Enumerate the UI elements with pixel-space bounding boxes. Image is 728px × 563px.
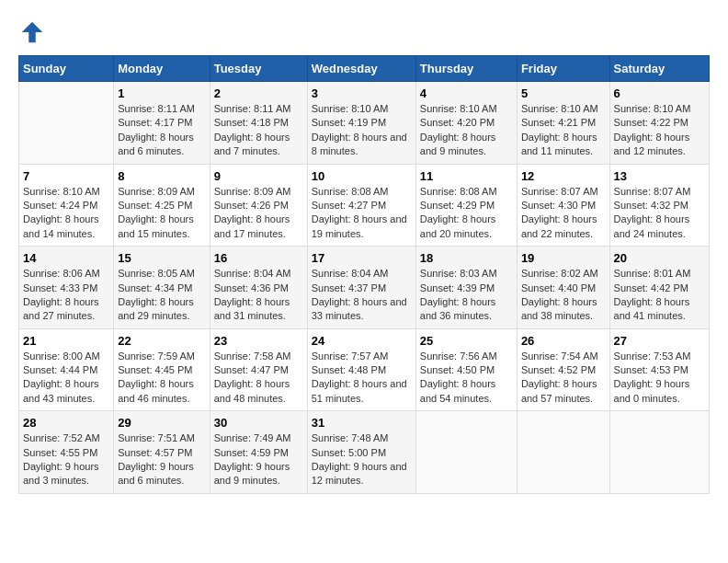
sunset-time: 4:53 PM [651, 364, 688, 375]
sunset-label: Sunset: [312, 364, 346, 375]
day-number: 11 [420, 169, 513, 183]
weekday-header-sunday: Sunday [19, 56, 114, 82]
day-number: 5 [521, 86, 606, 100]
daylight-label: Daylight: [214, 132, 254, 143]
day-number: 22 [118, 334, 205, 348]
calendar-cell: 11 Sunrise: 8:08 AM Sunset: 4:29 PM Dayl… [415, 164, 517, 247]
sunset-label: Sunset: [214, 282, 248, 293]
calendar-week-row: 14 Sunrise: 8:06 AM Sunset: 4:33 PM Dayl… [19, 247, 710, 329]
calendar-cell: 3 Sunrise: 8:10 AM Sunset: 4:19 PM Dayli… [307, 82, 415, 165]
calendar-cell [19, 82, 114, 165]
sunset-time: 4:26 PM [251, 200, 289, 211]
day-info: Sunrise: 7:56 AM Sunset: 4:50 PM Dayligh… [420, 350, 513, 407]
sunset-label: Sunset: [118, 364, 152, 375]
sunrise-time: 7:56 AM [460, 350, 496, 362]
sunrise-time: 8:10 AM [63, 186, 99, 197]
sunset-label: Sunset: [118, 447, 152, 458]
weekday-header-thursday: Thursday [415, 56, 517, 82]
sunset-label: Sunset: [214, 447, 248, 458]
sunset-label: Sunset: [521, 117, 555, 128]
sunset-label: Sunset: [118, 282, 152, 293]
daylight-label: Daylight: [614, 213, 654, 224]
calendar-cell: 26 Sunrise: 7:54 AM Sunset: 4:52 PM Dayl… [517, 328, 609, 411]
sunrise-label: Sunrise: [214, 186, 251, 197]
day-number: 13 [614, 169, 705, 183]
sunrise-time: 7:57 AM [351, 350, 388, 362]
sunrise-label: Sunrise: [312, 268, 348, 279]
sunrise-label: Sunrise: [312, 432, 348, 443]
sunrise-time: 8:09 AM [254, 186, 290, 197]
daylight-label: Daylight: [118, 213, 157, 224]
sunset-label: Sunset: [312, 282, 346, 293]
sunset-label: Sunset: [312, 117, 346, 128]
day-info: Sunrise: 8:06 AM Sunset: 4:33 PM Dayligh… [23, 267, 109, 324]
sunrise-time: 7:59 AM [158, 350, 195, 362]
sunset-time: 4:19 PM [348, 117, 386, 128]
sunset-time: 4:47 PM [251, 364, 289, 375]
calendar-cell: 19 Sunrise: 8:02 AM Sunset: 4:40 PM Dayl… [517, 247, 609, 329]
sunrise-label: Sunrise: [214, 432, 251, 443]
day-info: Sunrise: 8:04 AM Sunset: 4:36 PM Dayligh… [214, 267, 303, 324]
calendar-cell: 18 Sunrise: 8:03 AM Sunset: 4:39 PM Dayl… [415, 247, 517, 329]
daylight-label: Daylight: [521, 213, 561, 224]
sunset-label: Sunset: [23, 200, 57, 211]
calendar-cell: 13 Sunrise: 8:07 AM Sunset: 4:32 PM Dayl… [609, 164, 709, 247]
sunset-time: 4:59 PM [251, 447, 289, 458]
sunset-label: Sunset: [312, 200, 346, 211]
sunrise-label: Sunrise: [312, 103, 348, 114]
day-info: Sunrise: 7:51 AM Sunset: 4:57 PM Dayligh… [118, 431, 205, 488]
sunset-label: Sunset: [214, 117, 248, 128]
day-info: Sunrise: 8:11 AM Sunset: 4:18 PM Dayligh… [214, 102, 303, 159]
sunset-label: Sunset: [214, 364, 248, 375]
sunrise-time: 7:49 AM [254, 432, 290, 443]
calendar-week-row: 1 Sunrise: 8:11 AM Sunset: 4:17 PM Dayli… [19, 82, 710, 165]
calendar-cell: 28 Sunrise: 7:52 AM Sunset: 4:55 PM Dayl… [19, 411, 114, 494]
calendar-cell: 24 Sunrise: 7:57 AM Sunset: 4:48 PM Dayl… [307, 328, 415, 411]
daylight-label: Daylight: [614, 132, 654, 143]
sunset-time: 4:37 PM [348, 282, 386, 293]
day-info: Sunrise: 8:08 AM Sunset: 4:29 PM Dayligh… [420, 185, 513, 242]
daylight-label: Daylight: [521, 296, 561, 307]
sunset-time: 4:18 PM [251, 117, 289, 128]
sunset-label: Sunset: [521, 364, 555, 375]
daylight-label: Daylight: [312, 378, 351, 389]
calendar-cell: 6 Sunrise: 8:10 AM Sunset: 4:22 PM Dayli… [609, 82, 709, 165]
sunrise-label: Sunrise: [420, 186, 457, 197]
daylight-label: Daylight: [214, 296, 254, 307]
sunrise-time: 8:08 AM [460, 186, 496, 197]
calendar-week-row: 21 Sunrise: 8:00 AM Sunset: 4:44 PM Dayl… [19, 328, 710, 411]
weekday-header-wednesday: Wednesday [307, 56, 415, 82]
day-number: 15 [118, 251, 205, 265]
sunrise-time: 8:11 AM [254, 103, 290, 114]
sunrise-label: Sunrise: [420, 103, 457, 114]
sunrise-time: 8:02 AM [561, 268, 597, 279]
sunrise-time: 8:10 AM [351, 103, 388, 114]
day-number: 31 [312, 416, 412, 430]
sunset-label: Sunset: [118, 200, 152, 211]
sunset-time: 4:50 PM [457, 364, 495, 375]
day-info: Sunrise: 8:11 AM Sunset: 4:17 PM Dayligh… [118, 102, 205, 159]
sunset-label: Sunset: [23, 364, 57, 375]
sunrise-label: Sunrise: [521, 186, 558, 197]
sunrise-label: Sunrise: [23, 186, 60, 197]
day-info: Sunrise: 8:10 AM Sunset: 4:22 PM Dayligh… [614, 102, 705, 159]
day-number: 21 [23, 334, 109, 348]
day-number: 29 [118, 416, 205, 430]
sunset-time: 4:20 PM [457, 117, 495, 128]
sunrise-label: Sunrise: [214, 103, 251, 114]
day-number: 7 [23, 169, 109, 183]
sunrise-label: Sunrise: [521, 103, 558, 114]
day-info: Sunrise: 7:49 AM Sunset: 4:59 PM Dayligh… [214, 431, 303, 488]
calendar-cell: 17 Sunrise: 8:04 AM Sunset: 4:37 PM Dayl… [307, 247, 415, 329]
sunset-time: 4:22 PM [651, 117, 688, 128]
daylight-label: Daylight: [23, 213, 63, 224]
daylight-label: Daylight: [312, 296, 351, 307]
logo-icon [18, 18, 46, 46]
daylight-label: Daylight: [118, 461, 157, 472]
sunset-time: 4:55 PM [60, 447, 97, 458]
calendar-cell: 14 Sunrise: 8:06 AM Sunset: 4:33 PM Dayl… [19, 247, 114, 329]
day-info: Sunrise: 8:07 AM Sunset: 4:30 PM Dayligh… [521, 185, 606, 242]
sunset-time: 4:32 PM [651, 200, 688, 211]
calendar-table: SundayMondayTuesdayWednesdayThursdayFrid… [18, 55, 710, 494]
day-info: Sunrise: 8:09 AM Sunset: 4:26 PM Dayligh… [214, 185, 303, 242]
